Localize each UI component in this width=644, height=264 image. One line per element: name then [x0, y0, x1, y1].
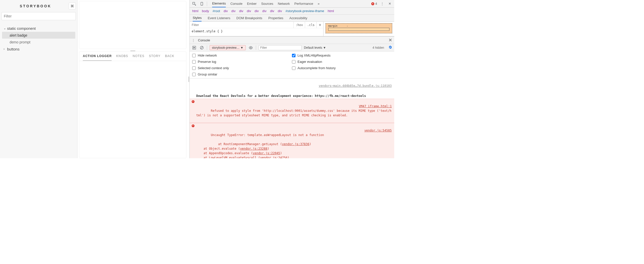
svg-rect-1: [201, 2, 203, 5]
devtools-tab-overflow[interactable]: »: [318, 0, 319, 7]
add-style-button[interactable]: +: [316, 22, 323, 28]
elements-breadcrumb: html body #root div div div div div div …: [190, 8, 394, 15]
close-console-icon[interactable]: ✕: [388, 37, 392, 43]
addon-tab-action-logger[interactable]: ACTION LOGGER: [83, 54, 112, 61]
tree-group-label: static component: [7, 26, 36, 31]
addon-tab-back[interactable]: BACK: [165, 54, 175, 61]
hov-toggle[interactable]: :hov: [293, 22, 305, 28]
console-settings-gear-icon[interactable]: [388, 45, 392, 50]
breadcrumb-item[interactable]: div: [224, 9, 228, 13]
tree-item-alert-badge[interactable]: alert badge: [2, 32, 75, 39]
devtools-tab-console[interactable]: Console: [230, 0, 242, 7]
kebab-icon[interactable]: ⋮: [192, 38, 195, 42]
breadcrumb-item[interactable]: html: [328, 9, 334, 13]
breadcrumb-item[interactable]: #storybook-preview-iframe: [285, 9, 324, 13]
chevron-down-icon: ⌄: [4, 27, 7, 30]
svg-point-6: [250, 47, 251, 48]
console-hidden-count[interactable]: 4 hidden: [373, 46, 384, 49]
storybook-main: ACTION LOGGER KNOBS NOTES STORY BACK: [78, 0, 188, 158]
devtools-tab-elements[interactable]: Elements: [212, 0, 226, 7]
chk-eager-evaluation[interactable]: Eager evaluation: [292, 60, 392, 64]
addon-tab-knobs[interactable]: KNOBS: [116, 54, 128, 61]
story-preview-frame[interactable]: [79, 1, 186, 49]
stack-link[interactable]: vendor.js:23288: [240, 147, 267, 150]
subtab-properties[interactable]: Properties: [268, 15, 283, 21]
story-filter-input[interactable]: [2, 12, 76, 20]
chk-selected-context-only[interactable]: Selected context only: [192, 66, 292, 70]
stack-link[interactable]: vendor.js:22045: [253, 151, 280, 155]
console-log-row: vendors~main.dd4b85e…7d.bundle.js:110103: [190, 78, 394, 93]
chevron-right-icon: ›: [4, 47, 7, 51]
shortcut-button[interactable]: ⌘: [69, 3, 76, 10]
styles-filter-input[interactable]: [190, 22, 293, 28]
console-error-row: vendor.js:54585 Uncaught TypeError: temp…: [190, 123, 394, 158]
console-play-icon[interactable]: [192, 45, 197, 50]
storybook-title: STORYBOOK: [3, 4, 69, 8]
devtools-top-toolbar: Elements Console Ember Sources Network P…: [190, 0, 394, 8]
devtools-panel: Elements Console Ember Sources Network P…: [189, 0, 394, 158]
error-icon: ✕: [371, 2, 374, 5]
console-levels-dropdown[interactable]: Default levels ▼: [304, 46, 326, 49]
svg-line-5: [201, 47, 203, 49]
stack-link[interactable]: vendor.js:24756: [260, 156, 287, 158]
breadcrumb-item[interactable]: body: [202, 9, 209, 13]
subtab-styles[interactable]: Styles: [193, 15, 202, 21]
breadcrumb-item[interactable]: html: [192, 9, 199, 13]
devtools-tab-network[interactable]: Network: [278, 0, 290, 7]
clear-console-icon[interactable]: [199, 45, 204, 50]
console-drawer-title: Console: [198, 38, 210, 42]
breadcrumb-item[interactable]: #root: [213, 9, 220, 13]
eye-icon[interactable]: [248, 45, 253, 50]
breadcrumb-item[interactable]: div: [270, 9, 274, 13]
stack-link[interactable]: vendor.js:37836: [282, 142, 309, 146]
error-count: 4: [375, 2, 377, 6]
inspect-element-icon[interactable]: [192, 1, 197, 6]
console-context-selector[interactable]: storybook-preview… ▼: [210, 45, 246, 50]
close-icon[interactable]: ✕: [387, 1, 392, 6]
addon-tab-notes[interactable]: NOTES: [133, 54, 144, 61]
devtools-tab-ember[interactable]: Ember: [247, 0, 257, 7]
chk-preserve-log[interactable]: Preserve log: [192, 60, 292, 64]
breadcrumb-item[interactable]: div: [247, 9, 251, 13]
box-model-margin-label: margin: [328, 24, 337, 27]
box-model-dash: -: [346, 24, 348, 27]
devtools-tab-performance[interactable]: Performance: [294, 0, 313, 7]
breadcrumb-item[interactable]: div: [262, 9, 267, 13]
devtools-tab-sources[interactable]: Sources: [261, 0, 273, 7]
kebab-menu-icon[interactable]: ⋮: [380, 1, 385, 6]
chk-autocomplete-history[interactable]: Autocomplete from history: [292, 66, 392, 70]
elements-subtabs: Styles Event Listeners DOM Breakpoints P…: [190, 15, 394, 22]
tree-group-static-component[interactable]: ⌄ static component: [2, 25, 75, 32]
console-filter-input[interactable]: [259, 45, 302, 50]
subtab-event-listeners[interactable]: Event Listeners: [208, 15, 230, 21]
error-count-badge[interactable]: ✕ 4: [371, 2, 377, 6]
device-toolbar-icon[interactable]: [199, 1, 204, 6]
breadcrumb-item[interactable]: div: [255, 9, 259, 13]
storybook-sidebar: STORYBOOK ⌘ ⌄ static component alert bad…: [0, 0, 78, 158]
story-tree: ⌄ static component alert badge demo prom…: [0, 23, 77, 54]
tree-group-label: buttons: [7, 47, 19, 51]
subtab-accessibility[interactable]: Accessibility: [289, 15, 307, 21]
chk-hide-network[interactable]: Hide network: [192, 54, 292, 57]
breadcrumb-item[interactable]: div: [231, 9, 236, 13]
breadcrumb-item[interactable]: div: [278, 9, 282, 13]
element-style-block[interactable]: element.style { }: [190, 28, 323, 35]
log-source-link[interactable]: vendors~main.dd4b85e…7d.bundle.js:110103: [319, 84, 392, 88]
addons-panel: ACTION LOGGER KNOBS NOTES STORY BACK: [79, 51, 186, 158]
console-error-row: VM47 iframe.html:1 Refused to apply styl…: [190, 99, 394, 123]
log-source-link[interactable]: vendor.js:54585: [364, 128, 392, 133]
chk-log-xhr[interactable]: Log XMLHttpRequests: [292, 54, 392, 57]
breadcrumb-item[interactable]: div: [239, 9, 243, 13]
addon-tab-story[interactable]: STORY: [149, 54, 161, 61]
chk-group-similar[interactable]: Group similar: [192, 72, 292, 76]
console-log-row: Download the React DevTools for a better…: [190, 93, 394, 99]
console-log-body[interactable]: vendors~main.dd4b85e…7d.bundle.js:110103…: [190, 78, 394, 158]
cls-toggle[interactable]: .cls: [305, 22, 316, 28]
box-model-panel[interactable]: margin -: [324, 22, 394, 36]
subtab-dom-breakpoints[interactable]: DOM Breakpoints: [236, 15, 262, 21]
log-source-link[interactable]: VM47 iframe.html:1: [359, 104, 392, 109]
tree-group-buttons[interactable]: › buttons: [2, 45, 75, 52]
tree-item-demo-prompt[interactable]: demo prompt: [2, 39, 75, 45]
